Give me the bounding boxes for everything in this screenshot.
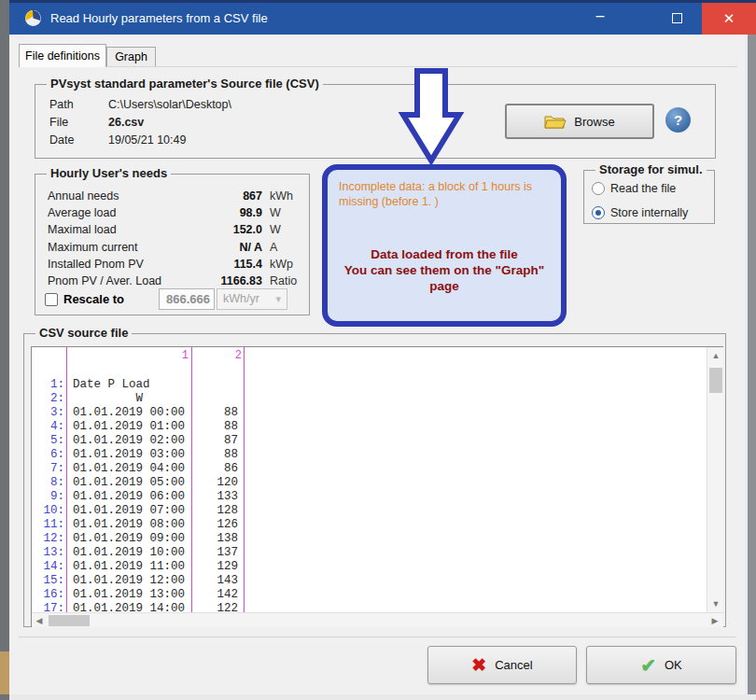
csv-line-number: 2: [33, 392, 64, 406]
radio-icon [592, 182, 605, 195]
minimize-icon: – [596, 7, 605, 23]
scroll-right-icon[interactable]: ▶ [707, 614, 722, 627]
needs-row-unit: kWp [270, 258, 293, 271]
csv-text-area[interactable]: 1 2 1: Date P Load 2: W 3: 01.01.2019 00… [31, 346, 723, 627]
needs-row-label: Maximum current [48, 241, 138, 254]
help-icon[interactable]: ? [665, 107, 691, 133]
csv-line-text: 01.01.2019 11:00 [73, 560, 185, 574]
background-left-strip [0, 0, 9, 700]
pvsyst-logo-icon [24, 9, 42, 27]
csv-line-value: 128 [171, 504, 238, 518]
horizontal-scrollbar-thumb[interactable] [49, 615, 90, 626]
rescale-unit-value: kWh/yr [223, 292, 259, 305]
needs-row-value: 1166.83 [136, 274, 262, 287]
tab-file-definitions[interactable]: File definitions [19, 44, 106, 67]
csv-line-text: 01.01.2019 02:00 [73, 434, 185, 448]
csv-line-number: 5: [33, 434, 64, 448]
path-label: Path [49, 98, 74, 111]
csv-line: 12: 01.01.2019 09:00 138 [33, 532, 707, 546]
csv-line-value: 120 [171, 476, 238, 490]
tab-graph[interactable]: Graph [106, 47, 156, 67]
ok-button[interactable]: ✔ OK [586, 646, 736, 684]
cancel-button[interactable]: ✖ Cancel [427, 646, 577, 684]
csv-line: 15: 01.01.2019 12:00 143 [33, 574, 707, 588]
csv-line-text: 01.01.2019 07:00 [73, 504, 185, 518]
storage-group-title: Storage for simul. [595, 162, 707, 176]
needs-row-value: 98.9 [136, 206, 262, 219]
browse-button[interactable]: Browse [505, 104, 654, 139]
csv-line-number: 7: [33, 462, 64, 476]
csv-column-marker: 2 [217, 349, 242, 362]
scroll-down-icon[interactable]: ▼ [708, 597, 723, 610]
csv-line-text: Date P Load [73, 378, 150, 392]
browse-button-label: Browse [574, 115, 614, 129]
minimize-button[interactable]: – [577, 3, 623, 35]
ok-button-label: OK [665, 658, 682, 672]
rescale-unit-select[interactable]: kWh/yr ▾ [217, 288, 287, 310]
cancel-x-icon: ✖ [471, 654, 486, 676]
horizontal-scrollbar[interactable]: ◀ ▶ [32, 612, 723, 627]
file-label: File [49, 116, 68, 129]
csv-line: 14: 01.01.2019 11:00 129 [33, 560, 707, 574]
csv-line: 9: 01.01.2019 06:00 133 [33, 490, 707, 504]
vertical-scrollbar-thumb[interactable] [709, 368, 722, 393]
needs-row-value: 152.0 [136, 223, 262, 236]
csv-line-text: 01.01.2019 10:00 [73, 546, 185, 560]
scroll-up-icon[interactable]: ▲ [708, 349, 723, 362]
needs-row-label: Average load [48, 206, 116, 219]
message-panel: Incomplete data: a block of 1 hours is m… [322, 164, 567, 327]
csv-line-number: 10: [33, 504, 64, 518]
rescale-label: Rescale to [63, 292, 124, 306]
needs-row-label: Annual needs [48, 189, 119, 203]
file-value: 26.csv [108, 116, 144, 129]
radio-label: Store internally [610, 206, 688, 219]
close-button[interactable]: ✕ [702, 3, 756, 35]
needs-row-value: 115.4 [136, 258, 262, 271]
rescale-value-input[interactable] [159, 288, 215, 310]
date-value: 19/05/21 10:49 [108, 133, 186, 147]
csv-line: 7: 01.01.2019 04:00 86 [33, 462, 707, 476]
csv-line: 8: 01.01.2019 05:00 120 [33, 476, 707, 490]
csv-line: 3: 01.01.2019 00:00 88 [33, 406, 707, 420]
csv-line: 10: 01.01.2019 07:00 128 [33, 504, 707, 518]
csv-line-text: 01.01.2019 05:00 [73, 476, 185, 490]
csv-line: 13: 01.01.2019 10:00 137 [33, 546, 707, 560]
csv-column-marker: 1 [163, 349, 189, 362]
csv-line: 6: 01.01.2019 03:00 88 [33, 448, 707, 462]
vertical-scrollbar[interactable]: ▲ ▼ [707, 347, 723, 612]
needs-row-unit: Ratio [270, 274, 297, 287]
cancel-button-label: Cancel [495, 658, 532, 672]
rescale-checkbox[interactable] [45, 293, 58, 306]
csv-line-text: 01.01.2019 00:00 [73, 406, 185, 420]
csv-line-number: 11: [33, 518, 64, 532]
csv-line-number: 16: [33, 588, 64, 602]
csv-line-text: 01.01.2019 01:00 [73, 420, 185, 434]
csv-line-number: 6: [33, 448, 64, 462]
csv-line-number: 9: [33, 490, 64, 504]
csv-line-number: 17: [33, 602, 64, 612]
chevron-down-icon: ▾ [275, 289, 281, 309]
csv-line-text: 01.01.2019 13:00 [73, 588, 185, 602]
csv-line: 1: Date P Load [33, 378, 707, 392]
needs-row-unit: kWh [270, 189, 293, 203]
needs-row-label: Installed Pnom PV [48, 258, 144, 271]
needs-row-unit: W [270, 206, 281, 219]
csv-line-number: 8: [33, 476, 64, 490]
csv-line-value: 142 [171, 588, 238, 602]
background-left-patch [0, 651, 9, 694]
csv-line-number: 12: [33, 532, 64, 546]
scroll-left-icon[interactable]: ◀ [32, 614, 47, 627]
radio-icon [592, 206, 605, 219]
folder-icon [544, 114, 567, 130]
csv-line: 17: 01.01.2019 14:00 122 [33, 602, 707, 612]
csv-line-value: 88 [171, 406, 238, 420]
window-title: Read Hourly parameters from a CSV file [50, 3, 268, 35]
csv-line-value: 137 [171, 546, 238, 560]
maximize-button[interactable] [653, 3, 702, 35]
csv-group: CSV source file 1 2 1: Date P Load 2: W … [23, 333, 726, 627]
csv-line-text: 01.01.2019 09:00 [73, 532, 185, 546]
ok-check-icon: ✔ [640, 654, 656, 677]
needs-row-unit: A [270, 241, 277, 254]
csv-line-value: 138 [171, 532, 238, 546]
needs-group-title: Hourly User's needs [47, 166, 171, 180]
